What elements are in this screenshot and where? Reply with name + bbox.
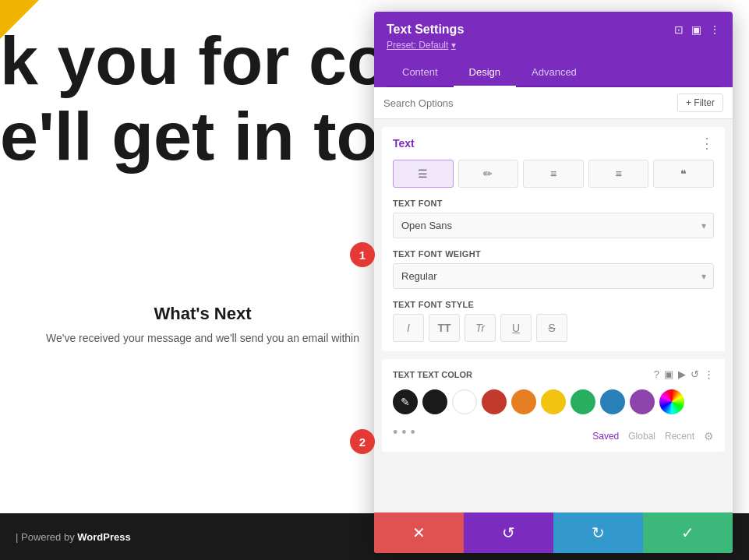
font-select-wrapper: Open Sans Roboto Lato ▾ xyxy=(393,213,714,238)
settings-panel: Text Settings ⊡ ▣ ⋮ Preset: Default ▾ Co… xyxy=(374,12,733,553)
rainbow-swatch[interactable] xyxy=(659,389,684,414)
color-section: Text Text Color ? ▣ ▶ ↺ ⋮ ✎ xyxy=(382,359,725,452)
tab-design[interactable]: Design xyxy=(454,58,516,87)
align-icon-row: ☰ ✏ ≡ ≡ ❝ xyxy=(393,160,714,188)
white-swatch[interactable] xyxy=(452,389,477,414)
italic-btn[interactable]: I xyxy=(393,314,424,342)
panel-title: Text Settings xyxy=(387,23,464,37)
step-badge-1: 1 xyxy=(350,242,375,267)
style-row: I TT Tr U S xyxy=(393,314,714,342)
color-swatches: ✎ xyxy=(393,389,714,414)
help-icon[interactable]: ? xyxy=(654,368,659,380)
black-swatch[interactable] xyxy=(422,389,447,414)
whats-next-body: We've received your message and we'll se… xyxy=(39,332,366,344)
font-select[interactable]: Open Sans Roboto Lato xyxy=(393,213,714,238)
color-more-icon[interactable]: ⋮ xyxy=(704,368,714,380)
color-settings-icon[interactable]: ⚙ xyxy=(704,430,714,442)
panel-footer: ✕ ↺ ↻ ✓ xyxy=(374,512,733,553)
style-label: Text Font Style xyxy=(393,300,714,309)
weight-select-wrapper: Regular Bold Light ▾ xyxy=(393,263,714,289)
footer-text: | Powered by WordPress xyxy=(16,531,131,543)
whats-next-section: What's Next We've received your message … xyxy=(39,304,366,344)
color-header: Text Text Color ? ▣ ▶ ↺ ⋮ xyxy=(393,368,714,380)
panel-body: + Filter Text ⋮ ☰ ✏ ≡ ≡ ❝ Text Font Open… xyxy=(374,87,733,512)
yellow-swatch[interactable] xyxy=(541,389,566,414)
weight-label: Text Font Weight xyxy=(393,249,714,259)
purple-swatch[interactable] xyxy=(630,389,655,414)
text-section: Text ⋮ ☰ ✏ ≡ ≡ ❝ Text Font Open Sans Rob… xyxy=(382,127,725,351)
undo-button[interactable]: ↺ xyxy=(464,512,553,553)
global-tab[interactable]: Global xyxy=(628,431,655,442)
red-swatch[interactable] xyxy=(482,389,507,414)
section-header: Text ⋮ xyxy=(393,136,714,150)
expand-icon[interactable]: ⊡ xyxy=(674,23,684,36)
weight-select[interactable]: Regular Bold Light xyxy=(393,263,714,289)
quote-btn[interactable]: ❝ xyxy=(653,160,714,188)
redo-button[interactable]: ↻ xyxy=(553,512,643,553)
panel-tabs: Content Design Advanced xyxy=(387,58,720,87)
green-swatch[interactable] xyxy=(571,389,595,414)
cancel-button[interactable]: ✕ xyxy=(374,512,464,553)
bold-tt-btn[interactable]: TT xyxy=(429,314,460,342)
tab-content[interactable]: Content xyxy=(387,58,454,87)
more-options-icon[interactable]: ⋮ xyxy=(709,23,720,36)
step-badge-2: 2 xyxy=(350,429,375,454)
blue-swatch[interactable] xyxy=(600,389,625,414)
section-title: Text xyxy=(393,137,415,150)
panel-header: Text Settings ⊡ ▣ ⋮ Preset: Default ▾ Co… xyxy=(374,12,733,87)
align-left-btn[interactable]: ☰ xyxy=(393,160,454,188)
more-swatches[interactable]: • • • xyxy=(393,424,415,441)
tab-advanced[interactable]: Advanced xyxy=(516,58,592,87)
save-button[interactable]: ✓ xyxy=(643,512,733,553)
filter-button[interactable]: + Filter xyxy=(677,93,723,112)
color-icons: ? ▣ ▶ ↺ ⋮ xyxy=(654,368,714,380)
whats-next-title: What's Next xyxy=(39,304,366,324)
panel-header-icons: ⊡ ▣ ⋮ xyxy=(674,23,720,36)
arrow-icon[interactable]: ▶ xyxy=(678,368,686,380)
saved-tab[interactable]: Saved xyxy=(592,431,619,442)
search-bar: + Filter xyxy=(374,87,733,119)
grid-icon[interactable]: ▣ xyxy=(691,23,701,36)
color-tabs: Saved Global Recent ⚙ xyxy=(592,430,714,442)
strikethrough-btn[interactable]: S xyxy=(536,314,567,342)
orange-swatch[interactable] xyxy=(511,389,536,414)
italic-tt-btn[interactable]: Tr xyxy=(465,314,496,342)
recent-tab[interactable]: Recent xyxy=(665,431,694,442)
reset-icon[interactable]: ↺ xyxy=(691,368,699,380)
search-input[interactable] xyxy=(383,97,677,109)
eyedropper-swatch[interactable]: ✎ xyxy=(393,389,418,414)
underline-btn[interactable]: U xyxy=(500,314,532,342)
align-right-btn[interactable]: ≡ xyxy=(588,160,649,188)
device-icon[interactable]: ▣ xyxy=(664,368,673,380)
align-center-btn[interactable]: ≡ xyxy=(523,160,584,188)
font-label: Text Font xyxy=(393,199,714,208)
section-more-icon[interactable]: ⋮ xyxy=(700,136,714,150)
edit-btn[interactable]: ✏ xyxy=(458,160,519,188)
color-label: Text Text Color xyxy=(393,370,472,379)
preset-selector[interactable]: Preset: Default ▾ xyxy=(387,40,720,51)
